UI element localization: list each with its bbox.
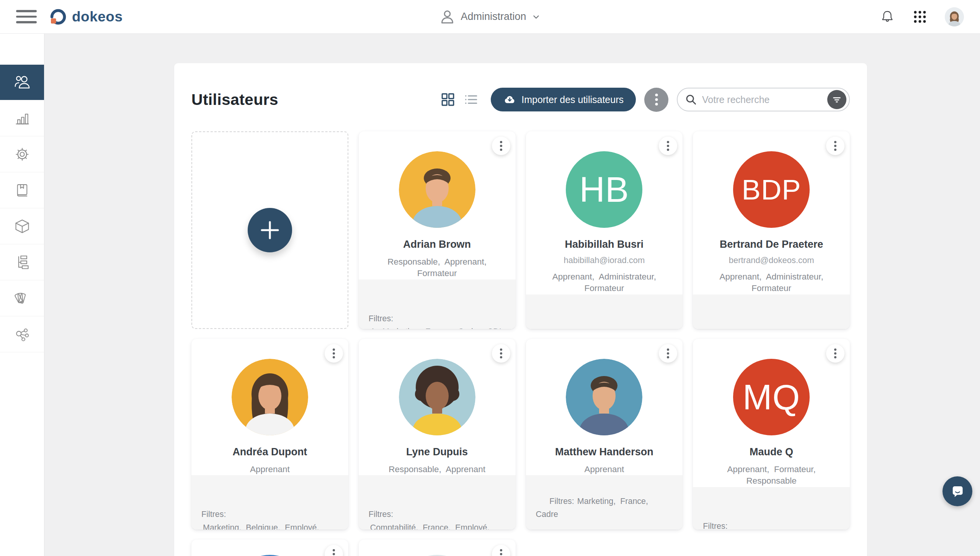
org-list-icon — [14, 254, 31, 271]
user-roles: Apprenant, Formateur, Responsable — [706, 464, 836, 487]
card-filters: Filtres:Comptabilité, France, Employé, I… — [359, 475, 516, 530]
card-menu-button[interactable] — [826, 344, 844, 363]
user-card-partial[interactable] — [359, 540, 516, 556]
add-user-button[interactable] — [248, 208, 292, 252]
user-avatar: MQ — [733, 359, 810, 435]
brand-name: dokeos — [72, 9, 123, 25]
card-filters: Filtres: — [526, 294, 683, 329]
kebab-menu-icon — [662, 139, 675, 152]
sidebar-item-share[interactable] — [0, 316, 44, 352]
user-avatar — [399, 359, 475, 435]
share-icon — [14, 326, 30, 342]
kebab-menu-icon — [495, 548, 508, 556]
chevron-down-icon — [532, 12, 541, 21]
cube-icon — [14, 218, 31, 235]
user-avatar: BDP — [733, 151, 810, 228]
list-view-icon — [464, 93, 478, 106]
user-card[interactable]: Lyne Dupuis Responsable, Apprenant Filtr… — [359, 339, 516, 530]
card-menu-button[interactable] — [492, 137, 510, 155]
sidebar-item-tags[interactable] — [0, 280, 44, 316]
filter-button[interactable] — [827, 90, 846, 109]
user-roles: Apprenant — [584, 464, 624, 475]
user-roles: Apprenant, Administrateur, Formateur — [706, 271, 836, 294]
apps-launcher-button[interactable] — [913, 10, 927, 24]
filters-label: Filtres: — [369, 312, 507, 325]
chat-bubble-icon — [949, 482, 966, 500]
sidebar-item-modules[interactable] — [0, 208, 44, 244]
dokeos-logo[interactable]: dokeos — [48, 7, 123, 27]
user-roles: Responsable, Apprenant — [389, 464, 485, 475]
user-avatar — [566, 359, 642, 435]
filters-values: Marketing, Belgique, Employé, CDD — [201, 521, 340, 530]
card-menu-button[interactable] — [325, 344, 343, 363]
kebab-menu-icon — [327, 548, 340, 556]
book-icon — [14, 182, 30, 198]
context-label: Administration — [461, 11, 526, 23]
card-filters: Filtres:A, Marketing, France, Cadre, CDI — [359, 280, 516, 329]
user-card[interactable]: MQ Maude Q Apprenant, Formateur, Respons… — [693, 339, 850, 530]
content-area: Utilisateurs — [44, 34, 980, 556]
kebab-menu-icon — [645, 88, 668, 111]
user-card[interactable]: Andréa Dupont Apprenant Filtres:Marketin… — [191, 339, 348, 530]
sidebar-item-users[interactable] — [0, 64, 44, 100]
card-filters: Filtres:Comptabilité, Belgique, Cadre, C… — [693, 294, 850, 329]
kebab-menu-icon — [662, 347, 675, 360]
apps-grid-icon — [913, 10, 927, 24]
person-icon — [439, 9, 455, 25]
card-filters: Filtres:Marketing, Belgique, Employé, CD… — [191, 475, 348, 530]
search-icon — [685, 94, 697, 105]
search-input[interactable] — [701, 94, 823, 106]
notifications-button[interactable] — [880, 9, 895, 25]
user-roles: Responsable, Apprenant, Formateur — [372, 256, 502, 280]
filters-values: A, Marketing, France, Cadre, CDI — [369, 325, 507, 329]
admin-context-switcher[interactable]: Administration — [439, 9, 541, 25]
user-avatar[interactable] — [945, 7, 964, 26]
grid-view-icon — [441, 93, 455, 106]
card-menu-button[interactable] — [826, 137, 844, 155]
card-menu-button[interactable] — [659, 137, 677, 155]
user-card[interactable]: HB Habibillah Busri habibillah@iorad.com… — [526, 131, 683, 329]
user-card[interactable]: Adrian Brown Responsable, Apprenant, For… — [359, 131, 516, 329]
card-menu-button[interactable] — [492, 344, 510, 363]
import-users-button[interactable]: Importer des utilisateurs — [491, 88, 636, 111]
import-users-label: Importer des utilisateurs — [521, 94, 624, 105]
add-user-card[interactable] — [191, 131, 348, 329]
kebab-menu-icon — [327, 347, 340, 360]
menu-button[interactable] — [16, 8, 38, 25]
user-card-partial[interactable] — [191, 540, 348, 556]
user-name: Lyne Dupuis — [406, 446, 468, 458]
user-name: Habibillah Busri — [565, 239, 644, 250]
notifications-bell-icon — [880, 9, 895, 25]
user-name: Andréa Dupont — [232, 446, 307, 458]
user-email: bertrand@dokeos.com — [729, 255, 814, 265]
sidebar — [0, 34, 44, 556]
user-card[interactable]: BDP Bertrand De Praetere bertrand@dokeos… — [693, 131, 850, 329]
gear-icon — [14, 146, 31, 163]
top-bar: dokeos Administration — [0, 0, 980, 34]
user-card[interactable]: Matthew Handerson Apprenant Filtres:Mark… — [526, 339, 683, 530]
filters-label: Filtres: — [536, 327, 675, 329]
panel-header: Utilisateurs — [191, 63, 850, 114]
kebab-menu-icon — [829, 139, 842, 152]
cloud-upload-icon — [503, 93, 516, 106]
user-avatar: HB — [566, 151, 642, 228]
chat-launcher-button[interactable] — [942, 476, 972, 506]
bar-chart-icon — [14, 110, 31, 127]
card-menu-button[interactable] — [659, 344, 677, 363]
card-filters: Filtres:Marketing, France, Cadre — [526, 475, 683, 530]
sidebar-item-catalog[interactable] — [0, 172, 44, 208]
list-view-button[interactable] — [462, 91, 479, 108]
plus-icon — [259, 219, 281, 241]
more-actions-button[interactable] — [644, 88, 668, 112]
user-email: habibillah@iorad.com — [564, 255, 645, 265]
grid-view-button[interactable] — [439, 91, 456, 108]
filters-label: Filtres: — [369, 508, 507, 521]
sidebar-item-settings[interactable] — [0, 136, 44, 172]
card-menu-button[interactable] — [325, 545, 343, 556]
filters-label: Filtres: — [549, 497, 574, 506]
card-menu-button[interactable] — [492, 545, 510, 556]
filters-values: Comptabilité, France, Employé, INTERIM — [369, 521, 507, 530]
sidebar-item-structure[interactable] — [0, 244, 44, 280]
sidebar-item-reports[interactable] — [0, 100, 44, 136]
user-name: Adrian Brown — [403, 239, 471, 250]
